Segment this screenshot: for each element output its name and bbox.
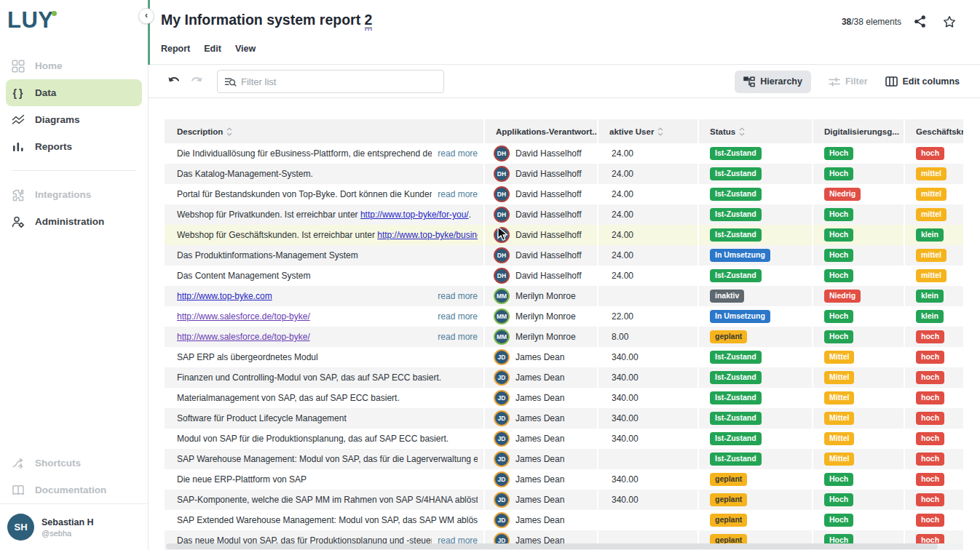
sidebar-item-shortcuts[interactable]: Shortcuts — [6, 450, 142, 477]
table-row[interactable]: Materialmanagement von SAP, das auf SAP … — [165, 388, 963, 408]
favorite-star-icon[interactable] — [942, 15, 957, 29]
sort-icon[interactable] — [226, 127, 232, 136]
read-more-link[interactable]: read more — [438, 332, 478, 342]
owner-avatar[interactable]: MM — [494, 308, 510, 324]
column-header-active-users[interactable]: aktive User — [597, 119, 698, 143]
description-link[interactable]: http://www.top-byke/business/ — [377, 230, 478, 240]
table-row[interactable]: http://www.salesforce.de/top-byke/ read … — [165, 327, 963, 347]
table-row[interactable]: SAP Warehouse Management: Modul von SAP,… — [165, 449, 963, 469]
column-header-digitalisierung[interactable]: Digitalisierungsg... — [812, 119, 904, 143]
kritikalitaet-badge: mittel — [916, 269, 947, 282]
sidebar-item-home[interactable]: Home — [6, 52, 142, 79]
table-row[interactable]: Webshop für Privatkunden. Ist erreichbar… — [165, 204, 963, 225]
sidebar-collapse-button[interactable]: ‹ — [138, 8, 154, 24]
page-title-number[interactable]: 2 — [365, 12, 373, 28]
responsible-cell: DH David Hasselhoff — [483, 184, 597, 204]
table-row[interactable]: SAP Extended Warehouse Management: Modul… — [165, 510, 963, 530]
digitalisierung-cell: Hoch — [812, 266, 904, 286]
user-avatar[interactable]: SH — [7, 514, 34, 541]
undo-icon[interactable] — [167, 75, 181, 86]
owner-avatar[interactable]: JD — [494, 512, 510, 528]
table-row[interactable]: Das Content Management System DH David H… — [165, 266, 963, 286]
filter-button[interactable]: Filter — [829, 76, 868, 87]
active-users-cell: 24.00 — [597, 143, 698, 164]
kritikalitaet-cell: hoch — [904, 449, 963, 469]
table-row[interactable]: Software für Product Lifecycle Managemen… — [165, 408, 963, 429]
sidebar-item-integrations[interactable]: Integrations — [6, 181, 142, 208]
owner-avatar[interactable]: JD — [494, 390, 510, 406]
owner-avatar[interactable]: JD — [494, 471, 510, 487]
sidebar-item-reports[interactable]: Reports — [6, 133, 142, 160]
read-more-link[interactable]: read more — [438, 311, 478, 322]
redo-icon[interactable] — [189, 75, 203, 86]
luy-logo[interactable]: LUY — [7, 7, 148, 39]
column-header-geschaeftskritikalitaet[interactable]: Geschäftskritik — [904, 119, 963, 143]
table-row[interactable]: Die Individuallösung für eBusiness-Platt… — [165, 143, 963, 164]
column-header-status[interactable]: Status — [698, 119, 812, 143]
owner-avatar[interactable]: DH — [494, 268, 510, 284]
description-text: SAP ERP als übergeordnetes Modul — [177, 352, 478, 362]
table-row[interactable]: http://www.top-byke.com read more MM Mer… — [165, 286, 963, 306]
table-row[interactable]: Portal für Bestandskunden von Top-Byke. … — [165, 184, 963, 204]
owner-avatar[interactable]: DH — [494, 186, 510, 202]
column-header-responsible[interactable]: Applikations-Verantwort... — [483, 119, 597, 143]
owner-avatar[interactable]: DH — [494, 146, 510, 162]
menu-view[interactable]: View — [235, 44, 256, 54]
table-row[interactable]: Die neue ERP-Plattform von SAP JD James … — [165, 469, 963, 490]
owner-avatar[interactable]: MM — [494, 288, 510, 304]
owner-avatar[interactable]: MM — [494, 329, 510, 345]
description-link[interactable]: http://www.salesforce.de/top-byke/ — [177, 332, 310, 342]
elements-count: 38/38 elements — [842, 17, 901, 27]
column-header-description[interactable]: Description — [165, 119, 483, 143]
read-more-link[interactable]: read more — [438, 291, 478, 301]
horizontal-scrollbar[interactable] — [166, 543, 962, 549]
user-profile[interactable]: SH Sebastian H @sebha — [0, 503, 148, 550]
table-row[interactable]: Das Katalog-Management-System. DH David … — [165, 164, 963, 184]
sidebar-item-diagrams[interactable]: Diagrams — [6, 106, 142, 133]
edit-columns-button[interactable]: Edit columns — [885, 76, 960, 87]
owner-avatar[interactable]: JD — [494, 492, 510, 508]
owner-avatar[interactable]: JD — [494, 431, 510, 447]
table-body: Die Individuallösung für eBusiness-Platt… — [165, 143, 963, 550]
menu-edit[interactable]: Edit — [204, 44, 221, 54]
owner-avatar[interactable]: JD — [494, 349, 510, 365]
description-link[interactable]: http://www.salesforce.de/top-byke/ — [177, 311, 310, 322]
owner-avatar[interactable]: JD — [494, 410, 510, 426]
digitalisierung-cell: Niedrig — [812, 184, 904, 204]
read-more-link[interactable]: read more — [438, 148, 478, 159]
sidebar-item-documentation[interactable]: Documentation — [6, 477, 142, 503]
description-link[interactable]: http://www.top-byke.com — [177, 291, 272, 301]
sort-icon[interactable] — [739, 127, 745, 136]
description-link[interactable]: http://www.top-byke/for-you/ — [360, 210, 469, 220]
share-icon[interactable] — [913, 15, 928, 29]
responsible-cell: JD James Dean — [483, 490, 597, 510]
owner-avatar[interactable]: DH — [494, 207, 510, 223]
table-row[interactable]: Modul von SAP für die Produktionsplanung… — [165, 429, 963, 449]
sort-icon[interactable] — [657, 127, 663, 136]
table-row[interactable]: http://www.salesforce.de/top-byke/ read … — [165, 306, 963, 327]
menu-report[interactable]: Report — [161, 44, 190, 54]
read-more-link[interactable]: read more — [438, 189, 478, 199]
owner-avatar[interactable]: DH — [494, 166, 510, 182]
table-row[interactable]: Das Produktinformations-Management Syste… — [165, 245, 963, 266]
sidebar-item-administration[interactable]: Administration — [6, 208, 142, 235]
responsible-cell: DH David Hasselhoff — [483, 204, 597, 225]
sidebar-item-data[interactable]: { } Data — [6, 79, 142, 106]
owner-avatar[interactable]: JD — [494, 370, 510, 386]
sidebar-item-label: Shortcuts — [35, 458, 81, 469]
scrollbar-thumb[interactable] — [166, 543, 938, 549]
filter-list-input[interactable] — [241, 76, 443, 87]
owner-avatar[interactable]: DH — [494, 227, 510, 243]
owner-avatar[interactable]: JD — [494, 451, 510, 467]
table-row[interactable]: Finanzen und Controlling-Modul von SAP, … — [165, 367, 963, 388]
toolbar: Hierarchy Filter Edit columns — [149, 65, 980, 98]
hierarchy-button[interactable]: Hierarchy — [735, 71, 811, 93]
table-row[interactable]: SAP-Komponente, welche die SAP MM im Rah… — [165, 490, 963, 510]
table-row[interactable]: SAP ERP als übergeordnetes Modul JD Jame… — [165, 347, 963, 367]
digitalisierung-cell: Hoch — [812, 164, 904, 184]
description-text: Webshop für Privatkunden. Ist erreichbar… — [177, 210, 478, 220]
status-cell: Ist-Zustand — [698, 143, 812, 164]
active-users-value: 340.00 — [612, 352, 639, 362]
table-row[interactable]: Webshop für Geschäftskunden. Ist erreich… — [165, 225, 963, 245]
owner-avatar[interactable]: DH — [494, 247, 510, 263]
